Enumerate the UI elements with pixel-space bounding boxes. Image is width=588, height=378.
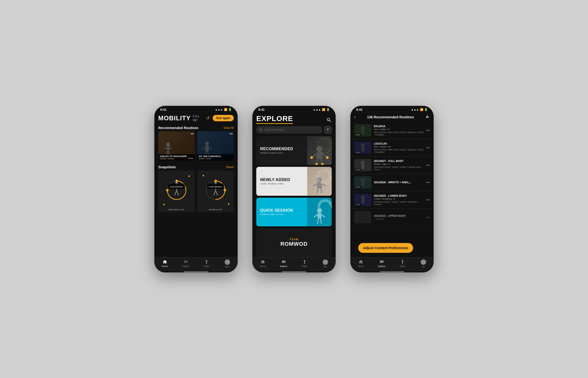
snapshot-card-2[interactable]: Hold & breathe Hip flexion 133° <box>197 171 234 212</box>
nav-paths-3[interactable]: Paths <box>392 259 413 268</box>
explore-icon-2 <box>281 259 286 264</box>
nav-home-label-1: Home <box>162 265 168 268</box>
banner-newly-text: NEWLY ADDED Cycles, Routines, Paths <box>256 175 307 188</box>
snapshots-row: Hold & breathe Elbow flexion 141° <box>154 171 238 215</box>
snapshot-card-1[interactable]: Hold & breathe Elbow flexion 141° <box>158 171 195 212</box>
nav-explore-label-2: Explore <box>280 265 287 268</box>
routine-menu-balboa[interactable]: ••• <box>426 128 430 132</box>
banner-quick-text: QUICK SESSION Routines under 15 mins <box>256 205 307 218</box>
routine-name-20210623: 20210623 - UPPER BODY <box>374 214 424 217</box>
banner-newly-added[interactable]: NEWLY ADDED Cycles, Routines, Paths <box>256 167 332 196</box>
routine-timer-20210626: 23:56 <box>355 186 361 188</box>
signal-icon-3: ▲▲▲ <box>411 108 419 111</box>
banner-quick-title: QUICK SESSION <box>260 208 303 213</box>
phones-container: 9:41 ▲▲▲ 📶 🔋 MOBILITY 5 hrs ago ↺ Test a… <box>154 106 434 272</box>
test-again-button[interactable]: Test again <box>213 115 234 121</box>
routines-row: ANKLES TO SHOULDERS Achilles • Ankles 99… <box>154 131 238 163</box>
routine-card-1[interactable]: ANKLES TO SHOULDERS Achilles • Ankles 99… <box>158 131 195 161</box>
snapshots-share[interactable]: Share <box>226 165 234 169</box>
routine-thumb-20210626: 23:56 <box>354 176 371 189</box>
routine-timer-legolas: 46:24 <box>355 151 361 153</box>
nav-you-3[interactable]: You <box>413 259 434 268</box>
svg-point-59 <box>361 161 365 165</box>
snapshots-title: Snapshots <box>158 165 176 169</box>
nav-explore-1[interactable]: Explore <box>175 259 196 268</box>
stats-icon[interactable] <box>425 114 430 120</box>
routine-menu-20210627[interactable]: ••• <box>426 163 430 167</box>
svg-point-45 <box>318 171 331 183</box>
routine-list-item[interactable]: 46:24 LEGOLAS Abs • Ankles +10 Bench Pre… <box>350 139 434 157</box>
svg-rect-66 <box>361 199 364 204</box>
nav-more-1[interactable]: More <box>217 259 238 268</box>
nav-explore-2[interactable]: Explore <box>273 259 294 268</box>
routine-list-item[interactable]: 23:56 20210626 - WRISTS + ANKL... ••• <box>350 174 434 191</box>
nav-bar-2: Home Explore Paths You <box>252 257 336 271</box>
routine-exercises-legolas: Bench Press • Bike • Box Jumps • Burpees… <box>374 148 424 153</box>
routines-list-header: ‹ 136 Recommended Routines <box>350 112 434 122</box>
back-button[interactable]: ‹ <box>354 114 356 120</box>
routine-thumb-balboa: 43:59 <box>354 124 371 136</box>
routine-timer-1: 99:99 <box>187 157 194 160</box>
nav-paths-1[interactable]: Paths <box>196 259 217 268</box>
adjust-prefs-container: Adjust Content Preferences <box>350 239 434 257</box>
view-all-link[interactable]: View All <box>223 126 234 130</box>
banner-quick-session[interactable]: QUICK SESSION Routines under 15 mins <box>256 198 332 227</box>
hold-breathe-1: Hold & breathe <box>170 186 183 188</box>
svg-line-18 <box>177 190 179 195</box>
mobility-title: MOBILITY <box>158 114 191 122</box>
nav-paths-label-2: Paths <box>302 265 307 268</box>
routine-thumb-legolas: 46:24 <box>354 142 371 154</box>
explore-icon-3 <box>379 259 384 264</box>
svg-line-43 <box>317 189 318 193</box>
routine-info-balboa: BALBOA Abs • Ankles +9 Bench Press • Bik… <box>374 125 424 136</box>
routine-timer-20210625: 22:33 <box>355 203 361 205</box>
routine-menu-20210625[interactable]: ••• <box>426 198 430 202</box>
phone-explore: 9:41 ▲▲▲ 📶 🔋 EXPLORE Find a Routine <box>252 106 336 272</box>
battery-icon: 🔋 <box>228 108 232 111</box>
status-bar-2: 9:41 ▲▲▲ 📶 🔋 <box>252 106 336 112</box>
nav-home-label-2: Home <box>260 265 266 268</box>
status-icons-3: ▲▲▲ 📶 🔋 <box>411 108 428 111</box>
banner-quick-subtitle: Routines under 15 mins <box>260 213 303 216</box>
nav-you-label-2: You <box>323 266 327 268</box>
banner-team-romwod[interactable]: TEAM ROMWOD <box>256 228 332 257</box>
routine-menu-legolas[interactable]: ••• <box>426 146 430 150</box>
more-avatar <box>225 259 230 265</box>
nav-home-1[interactable]: Home <box>154 259 175 268</box>
routine-card-name-2: KIT AND CABOODLE <box>199 155 232 158</box>
routine-menu-20210626[interactable]: ••• <box>426 181 430 185</box>
nav-home-2[interactable]: Home <box>252 259 273 268</box>
search-icon-top[interactable] <box>326 117 332 124</box>
nav-you-2[interactable]: You <box>315 259 336 268</box>
redo-icon[interactable]: ↺ <box>206 115 210 121</box>
svg-rect-63 <box>361 182 364 187</box>
routine-menu-20210623[interactable]: ••• <box>426 215 430 219</box>
you-avatar-2 <box>323 259 328 265</box>
routine-list-item[interactable]: 22:33 20210625 - LOWER BODY Ankles • Bre… <box>350 191 434 209</box>
banner-recommended-subtitle: Routines made for you. <box>260 152 303 154</box>
phone1-content: MOBILITY 5 hrs ago ↺ Test again Recommen… <box>154 112 238 257</box>
svg-point-0 <box>166 142 170 147</box>
svg-rect-54 <box>361 130 364 134</box>
filter-button[interactable] <box>324 126 332 134</box>
routine-list-item[interactable]: 43:59 BALBOA Abs • Ankles +9 Bench Press… <box>350 122 434 139</box>
routine-card-2[interactable]: KIT AND CABOODLE Ankles • Groin ••• <box>197 131 234 161</box>
nav-home-3[interactable]: Home <box>350 259 371 268</box>
routine-info-legolas: LEGOLAS Abs • Ankles +10 Bench Press • B… <box>374 142 424 153</box>
nav-paths-label-1: Paths <box>204 265 209 268</box>
snapshots-section-header: Snapshots Share <box>154 163 238 171</box>
nav-explore-3[interactable]: Explore <box>371 259 392 268</box>
svg-rect-60 <box>361 165 364 169</box>
nav-paths-2[interactable]: Paths <box>294 259 315 268</box>
search-field[interactable]: Find a Routine <box>256 126 322 134</box>
routine-list-item[interactable]: 20210623 - UPPER BODY ...deadlifts ••• <box>350 209 434 226</box>
routine-tags-20210627: Glutes • Hips +4 <box>374 163 424 165</box>
adjust-prefs-button[interactable]: Adjust Content Preferences <box>358 243 413 253</box>
routine-menu-2[interactable]: ••• <box>229 132 233 136</box>
banner-recommended[interactable]: RECOMMENDED Routines made for you. <box>256 136 332 165</box>
routine-exercises-20210627: Overhead Squat • Squat • Snatch • Muscle… <box>374 166 424 171</box>
routine-menu-1[interactable]: ••• <box>191 132 194 136</box>
routine-list-item[interactable]: 24:13 20210627 - FULL BODY Glutes • Hips… <box>350 157 434 174</box>
home-icon-2 <box>260 259 265 264</box>
phone-mobility: 9:41 ▲▲▲ 📶 🔋 MOBILITY 5 hrs ago ↺ Test a… <box>154 106 238 272</box>
